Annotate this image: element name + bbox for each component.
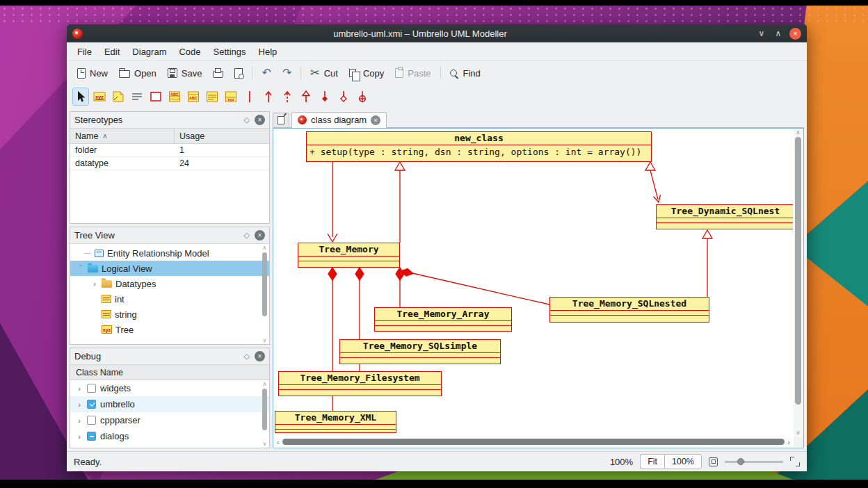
float-dock-icon[interactable]: ◇ [244,352,250,361]
close-button[interactable]: × [789,28,801,40]
scroll-left-icon[interactable]: ‹ [277,438,280,446]
scroll-up-icon[interactable]: ∧ [263,245,267,251]
menu-settings[interactable]: Settings [207,44,252,60]
print-preview-button[interactable] [230,65,248,81]
uml-class-tree-dynamic-sqlnest[interactable]: Tree_Dynamic_SQLnest [656,204,793,229]
expander-open-icon[interactable]: ˇ [77,264,84,273]
selection-tool[interactable] [72,88,89,106]
scroll-down-icon[interactable]: ∨ [263,441,267,447]
tab-close-icon[interactable]: × [371,115,380,125]
scroll-down-icon[interactable]: ∨ [796,430,801,436]
uml-class-new-class[interactable]: new_class + setup(type : string, dsn : s… [306,131,652,162]
table-row[interactable]: folder 1 [70,144,269,157]
menu-edit[interactable]: Edit [98,44,126,60]
save-button[interactable]: Save [163,65,207,81]
slider-handle[interactable] [737,458,744,465]
float-dock-icon[interactable]: ◇ [244,115,250,124]
zoom-value-button[interactable]: 100% [664,454,702,469]
checkbox-cppparser[interactable] [87,416,96,425]
redo-button[interactable]: ↷ [278,65,296,81]
close-dock-icon[interactable]: × [255,351,265,361]
expander-closed-icon[interactable]: › [76,416,83,425]
checkbox-umbrello[interactable] [87,400,96,409]
tree-item-int[interactable]: int [70,291,269,307]
generalization-tool[interactable] [298,88,314,106]
note-tool[interactable] [110,88,127,106]
dependency-tool[interactable] [279,88,296,106]
open-button[interactable]: Open [114,65,161,81]
expander-closed-icon[interactable]: › [76,432,83,441]
floating-text-tool[interactable] [129,88,145,106]
checkbox-widgets[interactable] [87,384,96,393]
interface-tool[interactable]: ABC [185,88,202,106]
diagram-canvas[interactable]: new_class + setup(type : string, dsn : s… [274,129,793,436]
float-dock-icon[interactable]: ◇ [244,231,250,240]
scrollbar-thumb[interactable] [282,439,785,445]
close-dock-icon[interactable]: × [255,115,265,125]
fit-page-icon-button[interactable] [709,457,718,466]
print-button[interactable] [208,65,228,81]
tree-item-tree[interactable]: xyz Tree [70,322,269,337]
scroll-down-icon[interactable]: ∨ [263,337,267,343]
tree-item-datatypes[interactable]: › Datatypes [70,276,269,291]
new-button[interactable]: New [72,65,113,81]
uml-class-tree-memory-sqlnested[interactable]: Tree_Memory_SQLnested [549,297,709,323]
menu-file[interactable]: File [71,44,98,60]
expander-closed-icon[interactable]: › [76,400,83,409]
directed-association-tool[interactable] [260,88,277,106]
canvas-vertical-scrollbar[interactable]: ∧ ∨ [794,129,803,436]
uml-class-tree-memory-xml[interactable]: Tree_Memory_XML [275,411,396,433]
debug-item-dialogs[interactable]: › dialogs [70,428,269,444]
zoom-slider[interactable] [725,456,783,467]
titlebar[interactable]: umbrello-uml.xmi – Umbrello UML Modeller… [67,24,807,42]
menu-diagram[interactable]: Diagram [126,44,172,60]
debug-item-umbrello[interactable]: › umbrello [70,396,269,412]
menu-code[interactable]: Code [172,44,207,60]
datatype-tool[interactable] [204,88,220,106]
association-tool[interactable] [241,88,258,106]
enum-tool[interactable]: xyz [223,88,239,106]
expander-closed-icon[interactable]: › [76,384,83,393]
copy-button[interactable]: Copy [344,65,389,81]
canvas-horizontal-scrollbar[interactable]: ‹ › [274,437,793,447]
minimize-button[interactable]: ∨ [755,27,769,40]
debug-scrollbar[interactable]: ∧ ∨ [261,381,268,447]
find-button[interactable]: Find [445,65,485,81]
scroll-up-icon[interactable]: ∧ [796,129,801,136]
detach-tab-button[interactable] [273,113,289,127]
composition-tool[interactable] [316,88,333,106]
uml-class-tree-memory-array[interactable]: Tree_Memory_Array [374,307,512,332]
tree-view-scrollbar[interactable]: ∧ ∨ [261,245,268,343]
close-dock-icon[interactable]: × [255,230,265,241]
scroll-up-icon[interactable]: ∧ [263,381,267,387]
scrollbar-thumb[interactable] [262,389,267,430]
class-tool[interactable]: ABC [166,88,183,106]
uml-class-tree-memory-sqlsimple[interactable]: Tree_Memory_SQLsimple [339,339,501,364]
scrollbar-thumb[interactable] [795,137,801,405]
box-tool[interactable] [147,88,164,106]
tree-item-logical-view[interactable]: ˇ Logical View [70,261,269,276]
fullscreen-icon-button[interactable] [790,457,800,466]
debug-item-cppparser[interactable]: › cppparser [70,412,269,428]
maximize-button[interactable]: ∧ [771,27,785,40]
label-tool[interactable]: xyz [91,88,108,106]
expander-closed-icon[interactable]: › [91,279,98,288]
uml-class-tree-memory[interactable]: Tree_Memory [298,243,400,268]
uml-class-tree-memory-filesystem[interactable]: Tree_Memory_Filesystem [278,371,442,396]
fit-button[interactable]: Fit [640,454,664,469]
table-row[interactable]: datatype 24 [70,157,269,170]
debug-item-widgets[interactable]: › widgets [70,380,269,396]
column-header-usage[interactable]: Usage [175,129,269,143]
tree-item-string[interactable]: string [70,307,269,322]
cut-button[interactable]: ✂ Cut [305,65,343,81]
tree-item-entity-relationship-model[interactable]: Entity Relationship Model [70,245,269,261]
tab-class-diagram[interactable]: class diagram × [291,112,387,128]
containment-tool[interactable] [354,88,371,106]
menu-help[interactable]: Help [252,44,284,60]
aggregation-tool[interactable] [335,88,352,106]
checkbox-dialogs[interactable] [87,432,96,441]
paste-button[interactable]: Paste [390,65,435,81]
scroll-right-icon[interactable]: › [787,438,790,446]
undo-button[interactable]: ↶ [257,65,275,81]
column-header-name[interactable]: Name ∧ [70,129,175,143]
